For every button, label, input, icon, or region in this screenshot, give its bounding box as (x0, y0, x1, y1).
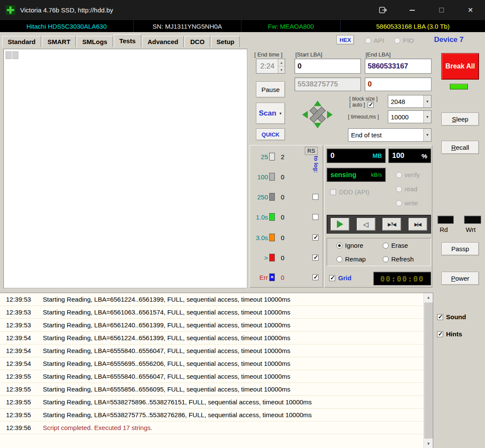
tab-standard[interactable]: Standard (2, 36, 41, 47)
end-of-test-select[interactable]: End of test ▼ (348, 128, 431, 142)
hints-toggle[interactable]: Hints (437, 330, 462, 338)
stat-log-checkbox[interactable] (312, 214, 318, 220)
pause-button[interactable]: Pause (256, 81, 285, 98)
ddd-api-label: DDD (API) (339, 188, 369, 196)
log-row: 12:39:55 Starting Reading, LBA=6555840..… (0, 370, 423, 383)
log-time: 12:39:56 (0, 424, 43, 431)
stat-log-checkbox[interactable] (312, 234, 318, 240)
spin-down-button[interactable]: ▼ (278, 66, 285, 73)
ddd-api-checkbox[interactable] (330, 189, 336, 195)
maximize-button[interactable] (427, 0, 456, 20)
log-message: Starting Reading, LBA=6561224..6561399, … (43, 296, 423, 303)
stat-color-block (269, 213, 275, 221)
scan-block (6, 51, 12, 59)
quick-button[interactable]: QUICK (256, 128, 285, 140)
sound-toggle[interactable]: Sound (437, 313, 466, 320)
block-size-select[interactable]: 2048 ▼ (388, 95, 431, 108)
tab-strip: Standard SMART SMLogs Tests Advanced DCO… (2, 34, 241, 47)
start-lba-input[interactable] (295, 59, 361, 74)
scan-button-label: Scan (259, 109, 277, 118)
tab-advanced[interactable]: Advanced (142, 36, 184, 47)
seek-defect-button[interactable]: ▶?◀ (382, 218, 401, 231)
write-radio[interactable]: write (396, 199, 418, 207)
stat-color-block (269, 193, 275, 201)
detach-window-button[interactable] (369, 0, 398, 20)
stat-color-block (269, 273, 275, 281)
arrow-left-icon[interactable] (302, 111, 308, 119)
remap-label: Remap (345, 255, 366, 263)
sleep-button[interactable]: Sleep (441, 113, 479, 126)
stat-row-3s: 3.0s 0 (252, 233, 319, 242)
power-button[interactable]: Power (441, 272, 479, 285)
hex-button[interactable]: HEX (336, 35, 354, 45)
ignore-radio[interactable]: Ignore (336, 242, 363, 249)
break-all-button[interactable]: Break All (441, 53, 479, 80)
log-time: 12:39:53 (0, 296, 43, 303)
pio-label: PIO (403, 37, 414, 44)
scroll-thumb[interactable] (424, 303, 433, 439)
refresh-radio[interactable]: Refresh (383, 255, 414, 263)
remap-radio[interactable]: Remap (336, 255, 366, 263)
log-scrollbar[interactable]: ▲ ▼ (423, 293, 433, 448)
pio-radio[interactable]: PIO (394, 37, 414, 44)
stat-count: 0 (281, 274, 284, 281)
mb-value: 0 (330, 151, 334, 160)
scroll-down-icon[interactable]: ▼ (424, 439, 433, 448)
go-to-end-button[interactable]: ▶|◀ (408, 218, 427, 231)
arrow-up-icon[interactable] (314, 101, 321, 106)
start-scan-button[interactable] (330, 218, 349, 231)
tab-smlogs[interactable]: SMLogs (77, 36, 113, 47)
auto-block-row: [ auto ] (349, 102, 374, 108)
end-time-value: 2:24 (256, 59, 278, 73)
stat-log-checkbox[interactable] (312, 255, 318, 261)
sound-checkbox[interactable] (437, 314, 443, 320)
back-button[interactable]: ◁ (357, 218, 375, 231)
passp-button[interactable]: Passp (441, 242, 479, 255)
close-button[interactable]: ✕ (456, 0, 485, 20)
seek-defect-icon: ▶?◀ (388, 222, 396, 227)
scroll-up-icon[interactable]: ▲ (424, 293, 433, 302)
nav-pad[interactable] (300, 97, 336, 132)
end-lba-input[interactable] (365, 59, 431, 74)
timeout-select[interactable]: 10000 ▼ (388, 110, 431, 123)
scan-button[interactable]: Scan ▼ (256, 103, 285, 124)
stat-log-checkbox[interactable] (312, 194, 318, 200)
grid-checkbox[interactable] (329, 275, 335, 281)
log-row: 12:39:53 Starting Reading, LBA=6561063..… (0, 306, 423, 319)
log-rows: 12:39:53 Starting Reading, LBA=6561224..… (0, 293, 423, 434)
api-radio[interactable]: API (365, 37, 384, 44)
defect-action-group: Ignore Erase Remap Refresh (327, 238, 431, 266)
grid-toggle[interactable]: Grid (329, 274, 351, 282)
log-time: 12:39:55 (0, 373, 43, 380)
arrow-down-icon[interactable] (314, 123, 321, 128)
minimize-button[interactable] (398, 0, 427, 20)
end-time-spinner[interactable]: 2:24 ▲ ▼ (256, 59, 285, 74)
scan-block (12, 51, 18, 59)
chevron-down-icon[interactable]: ▼ (423, 95, 431, 107)
ddd-api-toggle[interactable]: DDD (API) (330, 188, 369, 196)
recall-button[interactable]: Recall (441, 141, 479, 154)
erase-label: Erase (391, 242, 408, 249)
erase-radio[interactable]: Erase (383, 242, 408, 249)
hints-checkbox[interactable] (437, 331, 443, 337)
tab-dco[interactable]: DCO (184, 36, 210, 47)
read-radio[interactable]: read (396, 185, 417, 193)
chevron-down-icon[interactable]: ▼ (423, 129, 431, 141)
auto-checkbox[interactable] (368, 102, 374, 108)
stat-label: 3.0s (252, 234, 268, 241)
log-time: 12:39:55 (0, 411, 43, 418)
stat-log-checkbox[interactable] (312, 274, 318, 280)
tab-setup[interactable]: Setup (211, 36, 240, 47)
end-lba-secondary-input[interactable] (365, 77, 431, 91)
arrow-right-icon[interactable] (327, 111, 333, 119)
chevron-down-icon[interactable]: ▼ (423, 111, 431, 123)
tab-smart[interactable]: SMART (42, 36, 76, 47)
tab-tests[interactable]: Tests (114, 34, 141, 47)
mb-unit: MB (372, 152, 382, 159)
percent-display: 100 % (388, 148, 431, 163)
log-message: Starting Reading, LBA=6555840..6556047, … (43, 347, 423, 354)
spin-up-button[interactable]: ▲ (278, 59, 285, 66)
radio-icon (396, 186, 402, 192)
wrt-label: Wrt (466, 226, 476, 233)
verify-radio[interactable]: verify (396, 171, 420, 178)
